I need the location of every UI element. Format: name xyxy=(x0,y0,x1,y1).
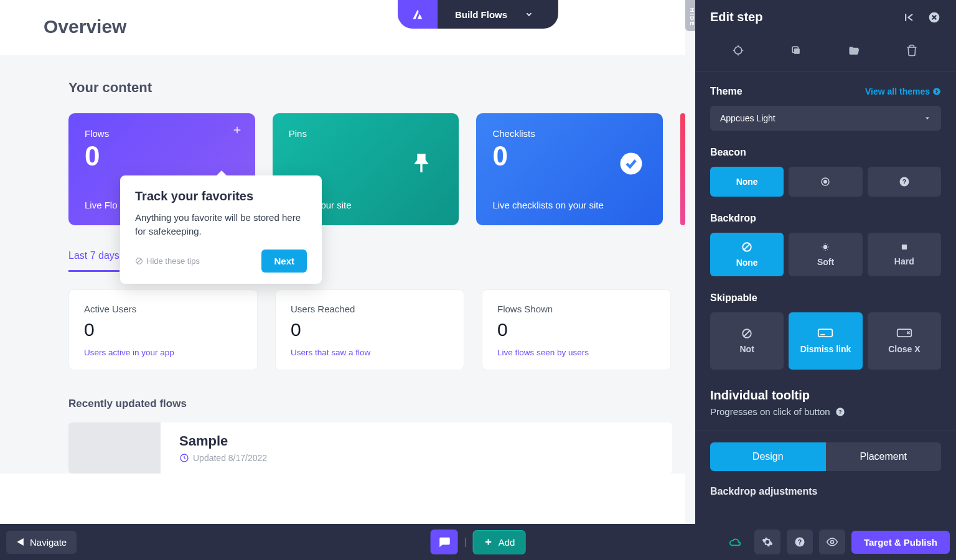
stat-users-reached: Users Reached 0 Users that saw a flow xyxy=(275,289,464,370)
stat-label: Flows Shown xyxy=(497,304,655,314)
beacon-question[interactable]: ? xyxy=(868,167,941,197)
flow-updated: Updated 8/17/2022 xyxy=(193,453,267,463)
view-all-themes-link[interactable]: View all themes xyxy=(865,86,941,96)
section-your-content: Your content xyxy=(68,80,685,96)
svg-line-36 xyxy=(744,331,750,337)
eye-icon xyxy=(826,536,838,548)
circle-dot-icon xyxy=(820,176,831,187)
recent-flows-title: Recently updated flows xyxy=(68,398,685,410)
svg-point-48 xyxy=(830,541,833,544)
target-icon[interactable] xyxy=(732,44,746,58)
svg-point-17 xyxy=(933,88,940,95)
svg-rect-34 xyxy=(902,245,907,250)
backdrop-hard[interactable]: Hard xyxy=(868,233,941,276)
help-button[interactable]: ? xyxy=(787,530,813,554)
stat-value: 0 xyxy=(84,319,242,340)
card-label: Checklists xyxy=(492,128,647,139)
card-value: 0 xyxy=(85,141,239,171)
trash-icon[interactable] xyxy=(906,44,919,58)
beacon-dot[interactable] xyxy=(789,167,862,197)
hide-tips-link[interactable]: Hide these tips xyxy=(135,256,200,266)
card-extra-peek[interactable] xyxy=(680,113,685,225)
svg-line-33 xyxy=(827,245,828,245)
flow-thumbnail xyxy=(68,422,161,474)
tooltip-title: Track your favorites xyxy=(135,189,307,203)
clock-icon xyxy=(179,453,189,463)
backdrop-none[interactable]: None xyxy=(710,233,784,276)
card-label: Flows xyxy=(85,128,239,139)
pin-icon xyxy=(409,151,434,175)
stat-footer: Users that saw a flow xyxy=(291,348,449,357)
no-icon xyxy=(135,257,143,265)
next-button[interactable]: Next xyxy=(261,250,307,273)
svg-point-10 xyxy=(735,47,743,54)
collapse-icon[interactable] xyxy=(902,11,916,24)
build-flows-menu[interactable]: Build Flows xyxy=(438,0,558,29)
menu-label: Build Flows xyxy=(455,9,507,20)
svg-line-24 xyxy=(744,245,750,250)
svg-rect-37 xyxy=(818,329,833,337)
chat-icon xyxy=(438,535,451,549)
flow-name: Sample xyxy=(179,433,672,449)
no-icon xyxy=(741,328,752,339)
tab-design[interactable]: Design xyxy=(710,442,826,471)
skippable-closex[interactable]: Close X xyxy=(868,312,941,370)
svg-point-25 xyxy=(823,245,828,250)
square-icon xyxy=(900,243,909,251)
add-button[interactable]: Add xyxy=(473,530,526,554)
navigate-button[interactable]: Navigate xyxy=(6,531,77,554)
backdrop-soft[interactable]: Soft xyxy=(789,233,862,276)
caret-down-icon xyxy=(924,114,931,122)
card-checklists[interactable]: Checklists 0 Live checklists on your sit… xyxy=(476,113,663,225)
svg-text:?: ? xyxy=(838,409,841,415)
cloud-sync-icon[interactable] xyxy=(722,530,748,554)
blur-icon xyxy=(820,242,830,252)
svg-text:?: ? xyxy=(902,178,906,185)
preview-button[interactable] xyxy=(819,530,845,554)
individual-tooltip-heading: Individual tooltip xyxy=(710,388,941,403)
theme-select[interactable]: Appcues Light xyxy=(710,106,941,131)
share-icon xyxy=(16,538,25,546)
svg-text:?: ? xyxy=(798,538,802,546)
beacon-none[interactable]: None xyxy=(710,167,784,197)
svg-line-30 xyxy=(823,245,823,245)
plus-icon xyxy=(484,537,494,547)
svg-line-32 xyxy=(823,249,823,250)
arrow-right-icon xyxy=(932,87,941,96)
hide-panel-tab[interactable]: HIDE xyxy=(685,0,695,31)
timeframe-7days[interactable]: Last 7 days xyxy=(68,250,120,272)
question-icon: ? xyxy=(794,536,805,548)
target-publish-button[interactable]: Target & Publish xyxy=(851,531,950,554)
stat-flows-shown: Flows Shown 0 Live flows seen by users xyxy=(482,289,671,370)
close-x-box-icon xyxy=(896,328,912,339)
plus-icon xyxy=(232,124,243,136)
svg-line-5 xyxy=(137,259,141,263)
copy-icon[interactable] xyxy=(790,44,804,58)
card-footer: Live checklists on your site xyxy=(492,200,647,210)
help-icon[interactable]: ? xyxy=(835,407,845,417)
question-circle-icon: ? xyxy=(899,176,910,187)
card-label: Pins xyxy=(289,128,443,139)
svg-line-31 xyxy=(827,249,828,250)
svg-rect-15 xyxy=(794,49,800,54)
theme-label: Theme xyxy=(710,86,743,97)
skippable-not[interactable]: Not xyxy=(710,312,784,370)
theme-value: Appcues Light xyxy=(720,113,776,123)
flow-list-item[interactable]: Sample Updated 8/17/2022 xyxy=(68,422,672,474)
folder-open-icon[interactable] xyxy=(848,44,861,58)
gear-icon xyxy=(762,536,773,548)
settings-button[interactable] xyxy=(754,530,780,554)
close-icon[interactable] xyxy=(927,11,941,24)
skippable-label: Skippable xyxy=(710,292,941,304)
tooltip-body: Anything you favorite will be stored her… xyxy=(135,211,307,238)
stat-value: 0 xyxy=(291,319,449,340)
stat-label: Active Users xyxy=(84,304,242,314)
app-logo[interactable] xyxy=(398,0,438,29)
tooltip-subtext: Progresses on click of button xyxy=(710,406,830,417)
chat-button[interactable] xyxy=(431,530,458,554)
skippable-dismiss[interactable]: Dismiss link xyxy=(789,312,862,370)
no-icon xyxy=(741,241,752,253)
separator: | xyxy=(464,536,467,548)
tab-placement[interactable]: Placement xyxy=(826,442,942,471)
stat-footer: Users active in your app xyxy=(84,348,242,357)
